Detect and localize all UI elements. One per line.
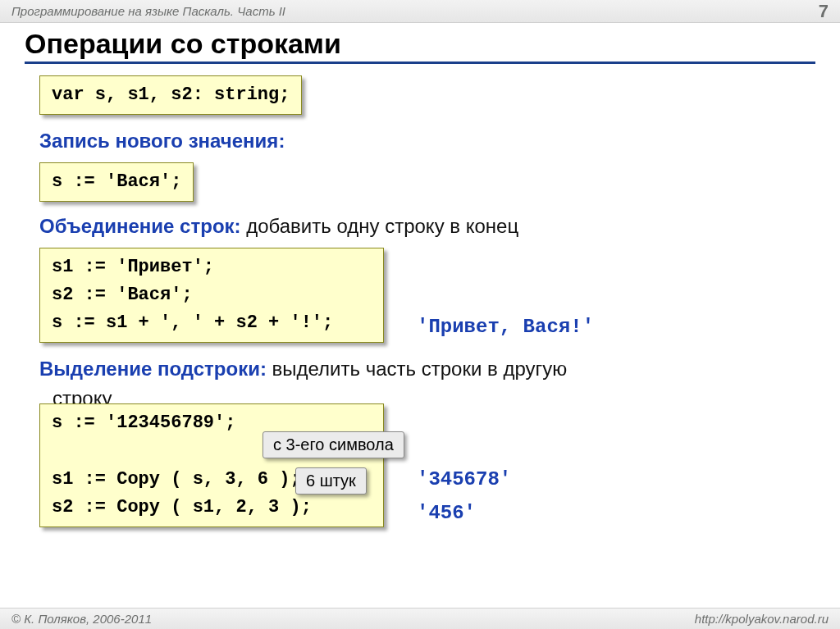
sect3-result2: '456' <box>417 502 511 524</box>
slide-footer: © К. Поляков, 2006-2011 http://kpolyakov… <box>0 608 840 629</box>
page-title: Операции со строками <box>25 28 815 64</box>
sect2-label: Объединение строк: <box>39 215 241 237</box>
sect2-code1: s1 := 'Привет'; <box>52 253 372 281</box>
header-title: Программирование на языке Паскаль. Часть… <box>11 4 285 18</box>
code-var-decl: var s, s1, s2: string; <box>39 75 302 115</box>
sect2-code2: s2 := 'Вася'; <box>52 281 372 309</box>
sect1-code: s := 'Вася'; <box>39 162 194 202</box>
sect3-codebox: s := '123456789'; s1 := Copy ( s, 3, 6 )… <box>39 403 384 526</box>
sect2-text: добавить одну строку в конец <box>241 215 519 237</box>
callout-from-3rd: с 3-его символа <box>262 431 404 458</box>
callout-6-pieces: 6 штук <box>295 467 367 495</box>
slide-header: Программирование на языке Паскаль. Часть… <box>0 0 840 23</box>
sect2-code3: s := s1 + ', ' + s2 + '!'; <box>52 309 372 337</box>
header-page-number: 7 <box>819 1 829 22</box>
footer-copyright: © К. Поляков, 2006-2011 <box>11 612 152 626</box>
sect1-label: Запись нового значения: <box>39 130 285 152</box>
sect2-codebox: s1 := 'Привет'; s2 := 'Вася'; s := s1 + … <box>39 248 384 343</box>
sect3-text: выделить часть строки в другую <box>267 358 567 380</box>
slide-content: Операции со строками var s, s1, s2: stri… <box>0 23 840 527</box>
sect3-result1: '345678' <box>417 468 511 490</box>
sect3-code3: s2 := Copy ( s1, 2, 3 ); <box>52 494 372 522</box>
sect2-result: 'Привет, Вася!' <box>417 316 594 338</box>
footer-url: http://kpolyakov.narod.ru <box>695 612 829 626</box>
sect3-label: Выделение подстроки: <box>39 358 267 380</box>
